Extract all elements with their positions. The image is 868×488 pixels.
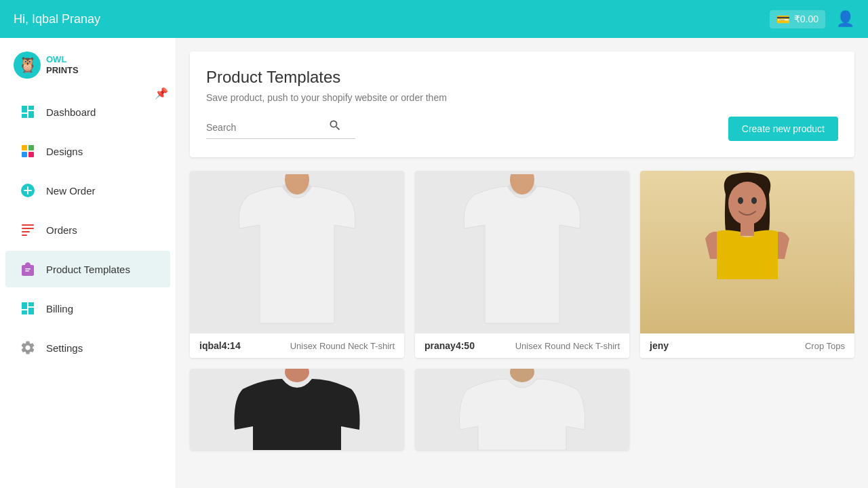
top-header: Hi, Iqbal Pranay 💳 ₹0.00 👤 [0, 0, 868, 38]
svg-point-17 [738, 197, 743, 204]
page-title: Product Templates [206, 68, 838, 87]
product-card[interactable]: jeny Crop Tops [640, 171, 854, 358]
main-content: Product Templates Save product, push to … [176, 38, 868, 488]
page-subtitle: Save product, push to your shopify websi… [206, 92, 838, 103]
svg-rect-5 [22, 224, 34, 226]
new-order-label: New Order [46, 185, 96, 197]
product-card[interactable]: iqbal4:14 Unisex Round Neck T-shirt [190, 171, 404, 358]
wallet-amount: ₹0.00 [794, 14, 818, 24]
logo-area: 🦉 OWL PRINTS [0, 45, 176, 92]
settings-icon [19, 339, 37, 357]
search-input[interactable] [206, 122, 328, 133]
svg-point-21 [510, 369, 534, 382]
orders-label: Orders [46, 224, 77, 236]
product-card[interactable] [190, 369, 404, 450]
product-card-footer: pranay4:50 Unisex Round Neck T-shirt [415, 333, 629, 358]
svg-rect-10 [25, 270, 29, 272]
product-image [190, 369, 404, 450]
search-wrap [206, 119, 355, 139]
product-image [415, 171, 629, 333]
logo-text: OWL PRINTS [46, 54, 79, 75]
sidebar-item-dashboard[interactable]: Dashboard [5, 94, 170, 130]
wallet-badge[interactable]: 💳 ₹0.00 [770, 10, 825, 28]
svg-rect-8 [22, 235, 27, 236]
product-card-footer: iqbal4:14 Unisex Round Neck T-shirt [190, 333, 404, 358]
billing-label: Billing [46, 303, 73, 314]
svg-point-18 [751, 197, 757, 204]
sidebar-item-orders[interactable]: Orders [5, 211, 170, 248]
product-name: jeny [650, 340, 669, 351]
dashboard-label: Dashboard [46, 106, 96, 118]
svg-point-16 [728, 182, 766, 225]
settings-label: Settings [46, 342, 83, 354]
user-avatar-icon[interactable]: 👤 [836, 10, 854, 28]
sidebar-item-product-templates[interactable]: Product Templates [5, 251, 170, 287]
product-image [640, 171, 854, 333]
pin-icon: 📌 [155, 87, 168, 100]
greeting-text: Hi, Iqbal Pranay [14, 12, 100, 26]
product-grid: iqbal4:14 Unisex Round Neck T-shirt pran… [190, 171, 854, 450]
product-card[interactable]: pranay4:50 Unisex Round Neck T-shirt [415, 171, 629, 358]
product-type: Unisex Round Neck T-shirt [290, 341, 395, 351]
product-name: pranay4:50 [425, 340, 475, 351]
header-card: Product Templates Save product, push to … [190, 52, 854, 157]
sidebar: 🦉 OWL PRINTS 📌 Dashboard Designs New Ord… [0, 38, 176, 488]
svg-rect-1 [28, 145, 34, 150]
main-layout: 🦉 OWL PRINTS 📌 Dashboard Designs New Ord… [0, 38, 868, 488]
product-type: Unisex Round Neck T-shirt [515, 341, 620, 351]
sidebar-item-settings[interactable]: Settings [5, 329, 170, 366]
svg-point-20 [285, 369, 309, 382]
header-right: 💳 ₹0.00 👤 [770, 10, 854, 28]
svg-rect-2 [22, 152, 27, 157]
svg-rect-0 [22, 145, 27, 150]
header-left: Hi, Iqbal Pranay [0, 12, 100, 26]
svg-rect-19 [741, 222, 754, 236]
svg-rect-9 [25, 268, 31, 270]
product-templates-icon [19, 260, 37, 278]
product-image [190, 171, 404, 333]
create-new-product-button[interactable]: Create new product [728, 117, 838, 141]
designs-icon [19, 142, 37, 160]
svg-rect-6 [22, 228, 34, 229]
product-card-footer: jeny Crop Tops [640, 333, 854, 358]
dashboard-icon [19, 103, 37, 121]
new-order-icon [19, 182, 37, 199]
sidebar-item-new-order[interactable]: New Order [5, 172, 170, 209]
owl-logo-icon: 🦉 [14, 52, 41, 79]
search-icon[interactable] [328, 119, 342, 136]
search-row: Create new product [206, 117, 838, 141]
billing-icon [19, 300, 37, 317]
product-templates-label: Product Templates [46, 264, 130, 275]
product-card[interactable] [415, 369, 629, 450]
svg-rect-3 [28, 152, 34, 157]
product-type: Crop Tops [805, 341, 845, 351]
sidebar-item-billing[interactable]: Billing [5, 290, 170, 327]
svg-rect-7 [22, 231, 30, 232]
product-image [415, 369, 629, 450]
orders-icon [19, 221, 37, 239]
wallet-icon: 💳 [776, 13, 790, 26]
sidebar-item-designs[interactable]: Designs [5, 133, 170, 169]
designs-label: Designs [46, 146, 83, 157]
product-name: iqbal4:14 [199, 340, 241, 351]
